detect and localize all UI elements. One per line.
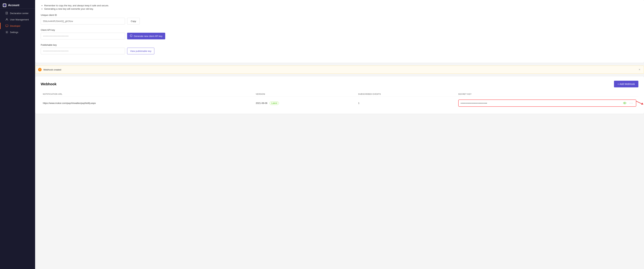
- publishable-key-row: View publishable key: [41, 48, 638, 54]
- refresh-icon: [130, 35, 132, 38]
- version-cell: 2021-08-06 Latest: [254, 97, 356, 110]
- table-header-row: NOTIFICATION URL VERSION SUBSCRIBED EVEN…: [41, 92, 638, 97]
- generate-api-key-button[interactable]: Generate new client API key: [127, 33, 165, 39]
- svg-point-9: [6, 19, 7, 20]
- secret-key-highlighted-cell: •••••••••••••••••••••• ···: [458, 100, 636, 107]
- subscribed-events-cell: 1: [356, 97, 456, 110]
- version-badge: Latest: [270, 101, 279, 105]
- sidebar-item-label: Declaration center: [10, 12, 28, 15]
- table-row: https://www.mokor.com/pay/Airwallex/payN…: [41, 97, 638, 110]
- svg-point-15: [624, 103, 625, 103]
- sidebar-item-user-management[interactable]: User Management: [0, 16, 35, 23]
- webhook-banner-content: ! Webhook created: [38, 68, 61, 71]
- th-subscribed-events: SUBSCRIBED EVENTS: [356, 92, 456, 97]
- svg-rect-10: [6, 25, 8, 27]
- publishable-key-label: Publishable key: [41, 44, 638, 46]
- warning-icon: !: [38, 68, 42, 71]
- sidebar-item-declaration-center[interactable]: Declaration center: [0, 10, 35, 16]
- sidebar-item-settings[interactable]: Settings: [0, 29, 35, 35]
- th-secret-key: SECRET KEY: [456, 92, 638, 97]
- sidebar-item-developer[interactable]: Developer: [0, 23, 35, 29]
- sidebar-item-label: User Management: [10, 18, 29, 21]
- publishable-key-input[interactable]: [41, 48, 125, 54]
- user-icon: [6, 18, 8, 21]
- webhook-table: NOTIFICATION URL VERSION SUBSCRIBED EVEN…: [41, 92, 638, 110]
- notice-item-1: Remember to copy the key, and always kee…: [44, 4, 638, 7]
- main-content: Remember to copy the key, and always kee…: [35, 0, 644, 269]
- secret-key-dots: ••••••••••••••••••••••: [461, 102, 621, 105]
- eye-icon-button[interactable]: [622, 102, 627, 105]
- client-api-key-label: Client API key: [41, 29, 638, 31]
- sidebar: Account Declaration center User Manageme…: [0, 0, 35, 269]
- webhook-card: Webhook + Add Webhook NOTIFICATION URL V…: [35, 77, 644, 114]
- sidebar-logo: Account: [0, 2, 35, 9]
- sidebar-account-label: Account: [8, 4, 19, 7]
- client-api-key-row: Generate new client API key: [41, 33, 638, 39]
- svg-rect-4: [5, 6, 6, 6]
- svg-rect-1: [4, 5, 4, 5]
- unique-client-id-input[interactable]: [41, 18, 125, 25]
- client-api-key-input[interactable]: [41, 33, 125, 39]
- unique-client-id-field: Unique client ID Copy: [41, 14, 638, 25]
- th-notification-url: NOTIFICATION URL: [41, 92, 254, 97]
- more-options-button[interactable]: ···: [629, 101, 634, 105]
- notification-url-value: https://www.mokor.com/pay/Airwallex/payN…: [43, 102, 96, 104]
- th-version: VERSION: [254, 92, 356, 97]
- webhook-banner-close-button[interactable]: ×: [638, 68, 641, 71]
- webhook-banner-message: Webhook created: [43, 68, 61, 71]
- copy-button[interactable]: Copy: [127, 18, 140, 25]
- sidebar-item-label: Developer: [10, 25, 20, 27]
- subscribed-events-value: 1: [358, 102, 360, 104]
- notice-item-2: Generating a new key will overwrite your…: [44, 8, 638, 10]
- secret-key-cell: •••••••••••••••••••••• ···: [456, 97, 638, 110]
- webhook-header: Webhook + Add Webhook: [41, 81, 638, 87]
- publishable-key-field: Publishable key View publishable key: [41, 44, 638, 54]
- svg-rect-3: [4, 6, 4, 6]
- unique-client-id-row: Copy: [41, 18, 638, 25]
- monitor-icon: [6, 25, 8, 27]
- client-api-key-field: Client API key Generate new client API k…: [41, 29, 638, 39]
- webhook-banner: ! Webhook created ×: [35, 66, 644, 74]
- svg-rect-2: [5, 5, 6, 5]
- gear-icon: [6, 31, 8, 34]
- version-value: 2021-08-06: [256, 102, 268, 104]
- notification-url-cell: https://www.mokor.com/pay/Airwallex/payN…: [41, 97, 254, 110]
- svg-point-13: [6, 32, 7, 33]
- arrow-indicator: [636, 101, 644, 106]
- generate-btn-label: Generate new client API key: [134, 35, 162, 38]
- view-publishable-key-button[interactable]: View publishable key: [127, 48, 154, 54]
- notice-list: Remember to copy the key, and always kee…: [41, 4, 638, 10]
- webhook-title: Webhook: [41, 82, 56, 86]
- content-area: Remember to copy the key, and always kee…: [35, 0, 644, 114]
- add-webhook-button[interactable]: + Add Webhook: [614, 81, 638, 87]
- api-keys-card: Remember to copy the key, and always kee…: [35, 0, 644, 63]
- file-icon: [6, 12, 8, 15]
- unique-client-id-label: Unique client ID: [41, 14, 638, 16]
- logo-icon: [3, 4, 6, 7]
- sidebar-item-label: Settings: [10, 31, 18, 34]
